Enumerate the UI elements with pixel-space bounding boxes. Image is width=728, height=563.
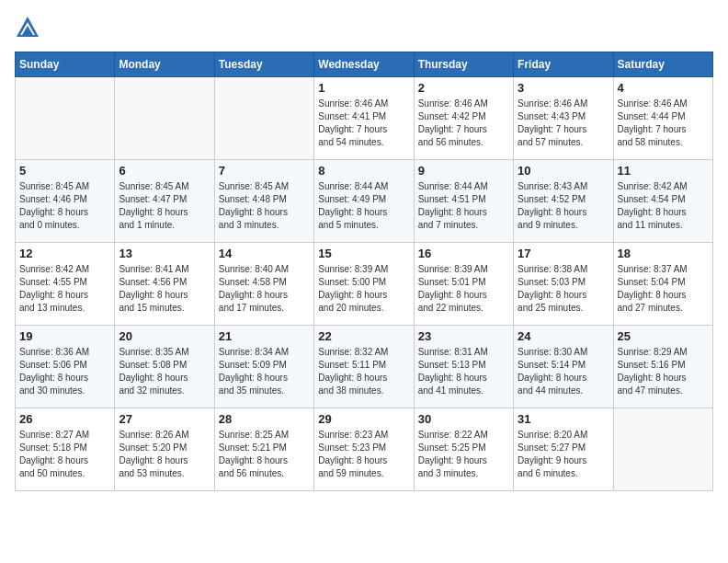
weekday-header-saturday: Saturday xyxy=(613,52,712,77)
day-cell: 30Sunrise: 8:22 AM Sunset: 5:25 PM Dayli… xyxy=(414,408,513,491)
day-number: 25 xyxy=(618,329,709,343)
day-info: Sunrise: 8:39 AM Sunset: 5:01 PM Dayligh… xyxy=(418,263,509,315)
day-info: Sunrise: 8:43 AM Sunset: 4:52 PM Dayligh… xyxy=(518,180,609,232)
day-cell: 8Sunrise: 8:44 AM Sunset: 4:49 PM Daylig… xyxy=(314,160,414,243)
day-info: Sunrise: 8:42 AM Sunset: 4:54 PM Dayligh… xyxy=(618,180,709,232)
weekday-header-row: SundayMondayTuesdayWednesdayThursdayFrid… xyxy=(16,52,713,77)
day-cell: 9Sunrise: 8:44 AM Sunset: 4:51 PM Daylig… xyxy=(414,160,513,243)
day-info: Sunrise: 8:42 AM Sunset: 4:55 PM Dayligh… xyxy=(19,263,110,315)
day-number: 22 xyxy=(318,329,409,343)
day-cell: 4Sunrise: 8:46 AM Sunset: 4:44 PM Daylig… xyxy=(613,77,712,160)
day-cell: 17Sunrise: 8:38 AM Sunset: 5:03 PM Dayli… xyxy=(514,243,613,326)
day-number: 1 xyxy=(318,81,409,95)
day-number: 29 xyxy=(318,412,409,426)
day-info: Sunrise: 8:38 AM Sunset: 5:03 PM Dayligh… xyxy=(518,263,609,315)
day-number: 6 xyxy=(119,164,210,178)
week-row-5: 26Sunrise: 8:27 AM Sunset: 5:18 PM Dayli… xyxy=(16,408,713,491)
day-number: 15 xyxy=(318,247,409,260)
day-info: Sunrise: 8:30 AM Sunset: 5:14 PM Dayligh… xyxy=(518,346,609,397)
weekday-header-monday: Monday xyxy=(115,52,214,77)
day-info: Sunrise: 8:23 AM Sunset: 5:23 PM Dayligh… xyxy=(318,429,409,480)
day-cell xyxy=(16,77,115,160)
day-info: Sunrise: 8:31 AM Sunset: 5:13 PM Dayligh… xyxy=(418,346,509,397)
weekday-header-friday: Friday xyxy=(514,52,613,77)
day-info: Sunrise: 8:25 AM Sunset: 5:21 PM Dayligh… xyxy=(219,429,310,480)
day-cell: 24Sunrise: 8:30 AM Sunset: 5:14 PM Dayli… xyxy=(514,326,613,408)
day-number: 13 xyxy=(119,247,210,260)
day-number: 24 xyxy=(518,329,609,343)
week-row-1: 1Sunrise: 8:46 AM Sunset: 4:41 PM Daylig… xyxy=(16,77,713,160)
day-info: Sunrise: 8:26 AM Sunset: 5:20 PM Dayligh… xyxy=(119,429,210,480)
day-info: Sunrise: 8:29 AM Sunset: 5:16 PM Dayligh… xyxy=(618,346,709,397)
day-cell: 14Sunrise: 8:40 AM Sunset: 4:58 PM Dayli… xyxy=(214,243,313,326)
page-header xyxy=(15,15,713,40)
day-number: 4 xyxy=(618,81,709,95)
day-number: 18 xyxy=(618,247,709,260)
day-info: Sunrise: 8:46 AM Sunset: 4:41 PM Dayligh… xyxy=(318,98,409,149)
day-info: Sunrise: 8:44 AM Sunset: 4:51 PM Dayligh… xyxy=(418,180,509,232)
day-cell: 10Sunrise: 8:43 AM Sunset: 4:52 PM Dayli… xyxy=(514,160,613,243)
day-info: Sunrise: 8:40 AM Sunset: 4:58 PM Dayligh… xyxy=(219,263,310,315)
day-number: 19 xyxy=(19,329,110,343)
day-cell: 20Sunrise: 8:35 AM Sunset: 5:08 PM Dayli… xyxy=(115,326,214,408)
day-cell: 1Sunrise: 8:46 AM Sunset: 4:41 PM Daylig… xyxy=(314,77,414,160)
day-number: 30 xyxy=(418,412,509,426)
day-info: Sunrise: 8:36 AM Sunset: 5:06 PM Dayligh… xyxy=(19,346,110,397)
day-number: 20 xyxy=(119,329,210,343)
day-number: 8 xyxy=(318,164,409,178)
day-cell: 16Sunrise: 8:39 AM Sunset: 5:01 PM Dayli… xyxy=(414,243,513,326)
day-number: 10 xyxy=(518,164,609,178)
day-cell: 29Sunrise: 8:23 AM Sunset: 5:23 PM Dayli… xyxy=(314,408,414,491)
day-info: Sunrise: 8:45 AM Sunset: 4:47 PM Dayligh… xyxy=(119,180,210,232)
weekday-header-wednesday: Wednesday xyxy=(314,52,414,77)
day-cell: 21Sunrise: 8:34 AM Sunset: 5:09 PM Dayli… xyxy=(214,326,313,408)
day-info: Sunrise: 8:46 AM Sunset: 4:43 PM Dayligh… xyxy=(518,98,609,149)
day-info: Sunrise: 8:45 AM Sunset: 4:48 PM Dayligh… xyxy=(219,180,310,232)
day-number: 17 xyxy=(518,247,609,260)
day-number: 27 xyxy=(119,412,210,426)
week-row-3: 12Sunrise: 8:42 AM Sunset: 4:55 PM Dayli… xyxy=(16,243,713,326)
logo-icon xyxy=(15,15,40,40)
day-cell: 2Sunrise: 8:46 AM Sunset: 4:42 PM Daylig… xyxy=(414,77,513,160)
day-info: Sunrise: 8:22 AM Sunset: 5:25 PM Dayligh… xyxy=(418,429,509,480)
day-cell xyxy=(115,77,214,160)
day-cell: 15Sunrise: 8:39 AM Sunset: 5:00 PM Dayli… xyxy=(314,243,414,326)
day-cell: 11Sunrise: 8:42 AM Sunset: 4:54 PM Dayli… xyxy=(613,160,712,243)
weekday-header-tuesday: Tuesday xyxy=(214,52,313,77)
day-info: Sunrise: 8:46 AM Sunset: 4:44 PM Dayligh… xyxy=(618,98,709,149)
day-info: Sunrise: 8:41 AM Sunset: 4:56 PM Dayligh… xyxy=(119,263,210,315)
day-info: Sunrise: 8:20 AM Sunset: 5:27 PM Dayligh… xyxy=(518,429,609,480)
day-number: 7 xyxy=(219,164,310,178)
day-number: 23 xyxy=(418,329,509,343)
day-cell: 28Sunrise: 8:25 AM Sunset: 5:21 PM Dayli… xyxy=(214,408,313,491)
week-row-4: 19Sunrise: 8:36 AM Sunset: 5:06 PM Dayli… xyxy=(16,326,713,408)
day-number: 31 xyxy=(518,412,609,426)
day-cell: 19Sunrise: 8:36 AM Sunset: 5:06 PM Dayli… xyxy=(16,326,115,408)
day-cell: 25Sunrise: 8:29 AM Sunset: 5:16 PM Dayli… xyxy=(613,326,712,408)
day-cell: 18Sunrise: 8:37 AM Sunset: 5:04 PM Dayli… xyxy=(613,243,712,326)
day-info: Sunrise: 8:35 AM Sunset: 5:08 PM Dayligh… xyxy=(119,346,210,397)
day-number: 3 xyxy=(518,81,609,95)
day-number: 14 xyxy=(219,247,310,260)
day-info: Sunrise: 8:32 AM Sunset: 5:11 PM Dayligh… xyxy=(318,346,409,397)
day-info: Sunrise: 8:37 AM Sunset: 5:04 PM Dayligh… xyxy=(618,263,709,315)
logo xyxy=(15,15,42,40)
day-number: 12 xyxy=(19,247,110,260)
day-cell: 31Sunrise: 8:20 AM Sunset: 5:27 PM Dayli… xyxy=(514,408,613,491)
calendar: SundayMondayTuesdayWednesdayThursdayFrid… xyxy=(15,52,713,491)
day-info: Sunrise: 8:34 AM Sunset: 5:09 PM Dayligh… xyxy=(219,346,310,397)
day-cell: 3Sunrise: 8:46 AM Sunset: 4:43 PM Daylig… xyxy=(514,77,613,160)
day-info: Sunrise: 8:39 AM Sunset: 5:00 PM Dayligh… xyxy=(318,263,409,315)
day-number: 28 xyxy=(219,412,310,426)
day-number: 26 xyxy=(19,412,110,426)
day-cell: 22Sunrise: 8:32 AM Sunset: 5:11 PM Dayli… xyxy=(314,326,414,408)
day-cell: 12Sunrise: 8:42 AM Sunset: 4:55 PM Dayli… xyxy=(16,243,115,326)
day-cell: 26Sunrise: 8:27 AM Sunset: 5:18 PM Dayli… xyxy=(16,408,115,491)
day-number: 9 xyxy=(418,164,509,178)
day-info: Sunrise: 8:46 AM Sunset: 4:42 PM Dayligh… xyxy=(418,98,509,149)
day-cell: 7Sunrise: 8:45 AM Sunset: 4:48 PM Daylig… xyxy=(214,160,313,243)
weekday-header-thursday: Thursday xyxy=(414,52,513,77)
day-cell: 13Sunrise: 8:41 AM Sunset: 4:56 PM Dayli… xyxy=(115,243,214,326)
day-cell: 5Sunrise: 8:45 AM Sunset: 4:46 PM Daylig… xyxy=(16,160,115,243)
day-number: 16 xyxy=(418,247,509,260)
